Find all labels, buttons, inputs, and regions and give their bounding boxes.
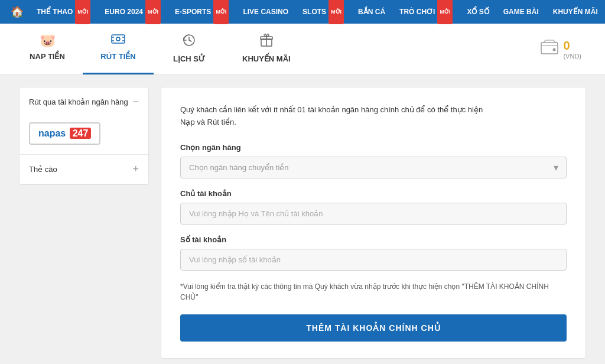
nav-item-khuyen-mai[interactable]: KHUYẾN MÃI	[546, 0, 605, 24]
submit-button[interactable]: THÊM TÀI KHOẢN CHÍNH CHỦ	[180, 314, 567, 342]
tab-khuyen-mai[interactable]: KHUYẾN MÃI	[225, 24, 308, 74]
nav-item-esports[interactable]: E-SPORTS MỚI	[168, 0, 236, 24]
nav-item-euro2024[interactable]: EURO 2024 MỚI	[97, 0, 168, 24]
nav-item-the-thao[interactable]: THỂ THAO MỚI	[30, 0, 97, 24]
wallet-section: 0 (VND)	[529, 33, 593, 66]
home-button[interactable]: 🏠	[5, 5, 30, 18]
form-area: Quý khách cần liên kết với ít nhất 01 tà…	[161, 87, 586, 359]
sidebar-prepaid-section: Thẻ cào +	[19, 155, 148, 184]
history-icon	[182, 33, 196, 51]
svg-point-11	[553, 48, 556, 51]
sidebar-prepaid-header[interactable]: Thẻ cào +	[19, 155, 148, 184]
main-content: Rút qua tài khoản ngân hàng − napas 247 …	[7, 75, 598, 364]
napas-logo[interactable]: napas 247	[29, 122, 100, 145]
tab-rut-tien[interactable]: RÚT TIỀN	[83, 24, 154, 74]
wallet-icon	[541, 40, 558, 58]
account-holder-input[interactable]	[180, 203, 567, 225]
nav-item-ban-ca[interactable]: BẮN CÁ	[351, 0, 392, 24]
piggy-bank-icon: 🐷	[40, 33, 56, 48]
bank-select-group: Chọn ngân hàng Chọn ngân hàng chuyển tiề…	[180, 143, 567, 178]
info-text: Quý khách cần liên kết với ít nhất 01 tà…	[180, 104, 567, 129]
svg-point-1	[116, 37, 120, 41]
nav-menu: THỂ THAO MỚI EURO 2024 MỚI E-SPORTS MỚI …	[30, 0, 605, 24]
bank-select-label: Chọn ngân hàng	[180, 143, 567, 152]
nav-item-slots[interactable]: SLOTS MỚI	[295, 0, 351, 24]
sidebar-bank-section: Rút qua tài khoản ngân hàng − napas 247	[19, 87, 148, 155]
collapse-icon: −	[132, 96, 139, 108]
nav-item-xo-so[interactable]: XỔ SỐ	[460, 0, 496, 24]
wallet-balance: 0 (VND)	[563, 39, 581, 60]
account-number-group: Số tài khoản	[180, 235, 567, 271]
note-text: *Vui lòng kiểm tra thật kỳ các thông tin…	[180, 281, 567, 303]
account-number-input[interactable]	[180, 249, 567, 271]
expand-icon: +	[132, 163, 139, 176]
svg-rect-0	[112, 35, 125, 43]
nav-item-tro-choi[interactable]: TRÒ CHƠI MỚI	[392, 0, 460, 24]
bank-select[interactable]: Chọn ngân hàng chuyển tiền	[180, 157, 567, 178]
tab-list: 🐷 NAP TIỀN RÚT TIỀN	[12, 24, 529, 74]
tabs-section: 🐷 NAP TIỀN RÚT TIỀN	[0, 24, 605, 75]
account-holder-label: Chủ tài khoản	[180, 189, 567, 198]
tab-nap-tien[interactable]: 🐷 NAP TIỀN	[12, 24, 83, 74]
tab-lich-su[interactable]: LỊCH SỬ	[154, 24, 225, 74]
gift-icon	[259, 33, 274, 51]
nav-item-game-bai[interactable]: GAME BÀI	[496, 0, 546, 24]
sidebar-bank-body: napas 247	[19, 116, 148, 154]
sidebar: Rút qua tài khoản ngân hàng − napas 247 …	[19, 87, 149, 185]
money-icon	[111, 33, 125, 48]
nav-item-live-casino[interactable]: LIVE CASINO	[236, 0, 295, 24]
sidebar-bank-header[interactable]: Rút qua tài khoản ngân hàng −	[19, 87, 148, 116]
bank-select-wrapper: Chọn ngân hàng chuyển tiền	[180, 157, 567, 178]
svg-rect-10	[541, 43, 558, 54]
top-navigation: 🏠 THỂ THAO MỚI EURO 2024 MỚI E-SPORTS MỚ…	[0, 0, 605, 24]
account-number-label: Số tài khoản	[180, 235, 567, 244]
account-holder-group: Chủ tài khoản	[180, 189, 567, 225]
